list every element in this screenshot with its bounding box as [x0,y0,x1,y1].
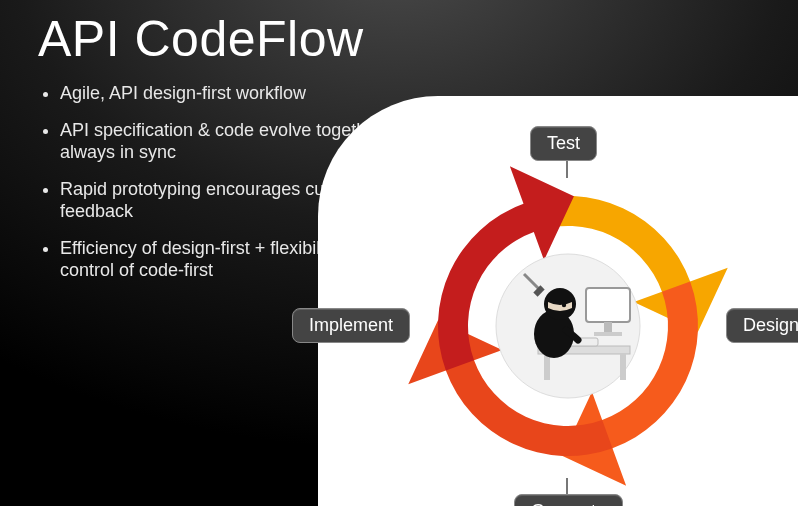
stage-design: Design [726,308,798,343]
cycle-diagram: Test Design Generate Implement [318,96,798,506]
slide: API CodeFlow Agile, API design-first wor… [0,0,798,506]
svg-rect-6 [620,354,626,380]
ninja-at-desk-icon [496,254,640,398]
svg-point-10 [562,303,566,307]
svg-rect-5 [544,354,550,380]
stage-generate: Generate [514,494,623,506]
svg-rect-1 [586,288,630,322]
svg-rect-3 [594,332,622,336]
stage-test: Test [530,126,597,161]
svg-rect-2 [604,322,612,332]
slide-title: API CodeFlow [38,10,364,68]
stage-implement: Implement [292,308,410,343]
